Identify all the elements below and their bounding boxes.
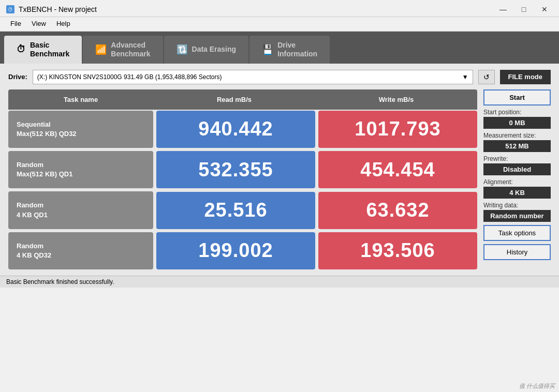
benchmark-area: Task name Read mB/s Write mB/s Sequentia… <box>8 89 477 270</box>
tab-erasing-label: Data Erasing <box>192 45 237 54</box>
drive-information-icon: 💾 <box>262 44 273 55</box>
tab-bar: ⏱ BasicBenchmark 📶 AdvancedBenchmark 🔃 D… <box>0 32 559 64</box>
table-row: Random4 KB QD1 25.516 63.632 <box>8 191 477 229</box>
table-row: Random4 KB QD32 199.002 193.506 <box>8 232 477 269</box>
tab-data-erasing[interactable]: 🔃 Data Erasing <box>164 36 249 64</box>
drive-refresh-button[interactable]: ↺ <box>478 70 495 84</box>
start-position-section: Start position: 0 MB <box>483 109 551 129</box>
history-button[interactable]: History <box>483 244 551 260</box>
read-value-random-4kb-qd32: 199.002 <box>156 232 315 269</box>
read-value-random-512: 532.355 <box>156 151 315 188</box>
write-value-sequential: 1017.793 <box>318 111 477 148</box>
start-position-value: 0 MB <box>483 117 551 129</box>
table-row: SequentialMax(512 KB) QD32 940.442 1017.… <box>8 111 477 148</box>
prewrite-section: Prewrite: Disabled <box>483 155 551 175</box>
alignment-label: Alignment: <box>483 178 551 186</box>
tab-advanced-label: AdvancedBenchmark <box>111 41 150 58</box>
tab-drive-information[interactable]: 💾 DriveInformation <box>249 36 330 64</box>
menu-file[interactable]: File <box>6 18 25 29</box>
basic-benchmark-icon: ⏱ <box>17 44 26 55</box>
close-button[interactable]: ✕ <box>536 4 553 14</box>
drive-row: Drive: (X:) KINGSTON SNV2S1000G 931.49 G… <box>8 70 551 84</box>
advanced-benchmark-icon: 📶 <box>95 44 107 55</box>
alignment-section: Alignment: 4 KB <box>483 178 551 199</box>
measurement-size-label: Measurement size: <box>483 132 551 139</box>
bench-rows: SequentialMax(512 KB) QD32 940.442 1017.… <box>8 111 477 270</box>
menu-bar: File View Help <box>0 17 559 32</box>
task-name-random-4kb-qd32: Random4 KB QD32 <box>8 232 153 269</box>
content-area: Task name Read mB/s Write mB/s Sequentia… <box>8 89 551 270</box>
minimize-button[interactable]: — <box>495 4 511 14</box>
start-button[interactable]: Start <box>483 89 551 105</box>
title-bar-controls: — □ ✕ <box>495 4 553 14</box>
menu-view[interactable]: View <box>27 18 50 29</box>
task-name-random-4kb-qd1: Random4 KB QD1 <box>8 191 153 229</box>
status-message: Basic Benchmark finished successfully. <box>6 278 114 285</box>
tab-advanced-benchmark[interactable]: 📶 AdvancedBenchmark <box>83 36 163 64</box>
drive-dropdown[interactable]: (X:) KINGSTON SNV2S1000G 931.49 GB (1,95… <box>33 70 473 84</box>
task-name-sequential: SequentialMax(512 KB) QD32 <box>8 111 153 148</box>
task-name-random-512: RandomMax(512 KB) QD1 <box>8 151 153 188</box>
header-read: Read mB/s <box>153 94 315 105</box>
writing-data-label: Writing data: <box>483 202 551 209</box>
title-bar: ⏱ TxBENCH - New project — □ ✕ <box>0 0 559 17</box>
drive-select-inner: (X:) KINGSTON SNV2S1000G 931.49 GB (1,95… <box>37 73 468 81</box>
write-value-random-4kb-qd1: 63.632 <box>318 192 477 229</box>
refresh-icon: ↺ <box>483 73 490 81</box>
table-row: RandomMax(512 KB) QD1 532.355 454.454 <box>8 151 477 188</box>
header-task-name: Task name <box>8 94 153 105</box>
tab-basic-label: BasicBenchmark <box>30 41 69 58</box>
sidebar: Start Start position: 0 MB Measurement s… <box>483 89 551 270</box>
alignment-value: 4 KB <box>483 187 551 199</box>
measurement-size-section: Measurement size: 512 MB <box>483 132 551 152</box>
bench-header: Task name Read mB/s Write mB/s <box>8 89 477 110</box>
read-value-sequential: 940.442 <box>156 111 315 148</box>
main-area: Drive: (X:) KINGSTON SNV2S1000G 931.49 G… <box>0 64 559 276</box>
header-write: Write mB/s <box>315 94 477 105</box>
prewrite-value: Disabled <box>483 163 551 175</box>
window-title: TxBENCH - New project <box>19 5 97 13</box>
selected-drive-text: (X:) KINGSTON SNV2S1000G 931.49 GB (1,95… <box>37 73 222 81</box>
menu-help[interactable]: Help <box>52 18 75 29</box>
title-bar-left: ⏱ TxBENCH - New project <box>6 5 97 13</box>
data-erasing-icon: 🔃 <box>176 44 188 55</box>
status-bar: Basic Benchmark finished successfully. <box>0 276 559 288</box>
writing-data-section: Writing data: Random number <box>483 202 551 222</box>
start-position-label: Start position: <box>483 109 551 116</box>
write-value-random-512: 454.454 <box>318 151 477 188</box>
app-icon: ⏱ <box>6 5 14 13</box>
dropdown-arrow-icon: ▼ <box>462 73 468 81</box>
watermark: 值 什么值得买 <box>519 382 555 390</box>
measurement-size-value: 512 MB <box>483 140 551 152</box>
writing-data-value: Random number <box>483 210 551 222</box>
tab-drive-label: DriveInformation <box>277 41 317 58</box>
maximize-button[interactable]: □ <box>516 4 532 14</box>
tab-basic-benchmark[interactable]: ⏱ BasicBenchmark <box>4 36 82 64</box>
prewrite-label: Prewrite: <box>483 155 551 162</box>
task-options-button[interactable]: Task options <box>483 225 551 241</box>
drive-label: Drive: <box>8 73 27 81</box>
file-mode-button[interactable]: FILE mode <box>500 70 551 84</box>
write-value-random-4kb-qd32: 193.506 <box>318 232 477 269</box>
read-value-random-4kb-qd1: 25.516 <box>156 192 315 229</box>
